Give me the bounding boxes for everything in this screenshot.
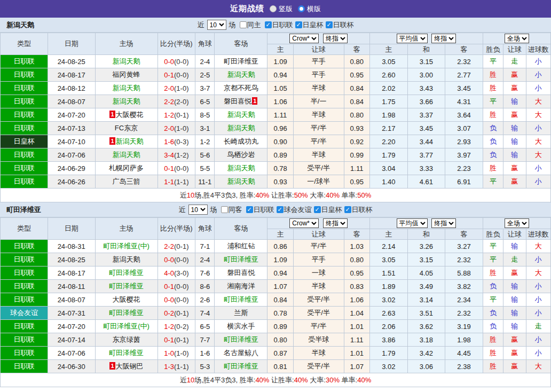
away-team-name[interactable]: 湘南海洋: [227, 282, 255, 290]
final-index-select[interactable]: 终指: [323, 218, 348, 228]
home-team-name[interactable]: 新潟天鹅: [113, 151, 140, 159]
home-team-name[interactable]: 大阪樱花: [116, 111, 144, 119]
avg-draw-cell: 3.66: [407, 95, 445, 108]
avg-away-cell: 2.32: [445, 253, 483, 266]
checkbox-icon[interactable]: ✓: [314, 206, 321, 213]
away-team-name[interactable]: 横滨水手: [227, 322, 255, 330]
league-filter[interactable]: ✓日职联: [246, 205, 274, 215]
average-select[interactable]: 平均值: [397, 34, 428, 43]
home-team-name[interactable]: 札幌冈萨多: [109, 164, 144, 172]
checkbox-icon[interactable]: ✓: [326, 21, 333, 28]
away-team-name[interactable]: 磐田喜悦: [224, 97, 251, 105]
odds-handicap-cell: 半/一: [293, 95, 344, 108]
average-select[interactable]: 平均值: [397, 218, 428, 228]
final-index-select[interactable]: 终指: [323, 34, 348, 43]
away-team-name[interactable]: 町田泽维亚: [224, 295, 258, 303]
away-team-name[interactable]: 新潟天鹅: [227, 177, 255, 185]
result-outcome-cell: 负: [483, 280, 503, 293]
home-team-name[interactable]: 新潟天鹅: [113, 255, 140, 263]
home-team-name[interactable]: 新潟天鹅: [113, 57, 140, 65]
away-team-name[interactable]: 新潟天鹅: [227, 70, 255, 79]
horizontal-radio-label: 横版: [307, 4, 321, 14]
league-filter[interactable]: ✓日联杯: [344, 205, 373, 215]
away-team-name[interactable]: 兰斯: [234, 309, 248, 317]
home-team-name[interactable]: 町田泽维亚: [109, 309, 144, 317]
final-index-select[interactable]: 终指: [431, 34, 456, 43]
away-team-name[interactable]: 町田泽维亚: [224, 57, 258, 65]
league-filter[interactable]: ✓日职联: [265, 20, 293, 30]
radio-icon[interactable]: [298, 5, 305, 12]
away-team-name[interactable]: 町田泽维亚: [224, 255, 258, 263]
away-team-name[interactable]: 鸟栖沙岩: [227, 151, 255, 159]
games-label: 场: [210, 205, 217, 215]
league-filter[interactable]: ✓日皇杯: [295, 20, 324, 30]
vertical-layout-radio[interactable]: 竖版: [270, 4, 293, 14]
full-match-select[interactable]: 全场: [505, 34, 529, 43]
home-team-name[interactable]: 福冈黄蜂: [113, 70, 140, 79]
league-filter[interactable]: ✓球会友谊: [277, 205, 312, 215]
full-match-select[interactable]: 全场: [505, 218, 529, 228]
result-outcome-cell: 胜: [483, 82, 503, 95]
match-count-select[interactable]: 10: [207, 20, 226, 30]
home-team-name[interactable]: 新潟天鹅: [113, 97, 140, 105]
away-team-name[interactable]: 浦和红钻: [227, 242, 255, 250]
team-name: 新潟天鹅: [6, 20, 34, 30]
match-count-select[interactable]: 10: [188, 205, 208, 215]
avg-draw-cell: 3.06: [407, 360, 445, 373]
home-team-name[interactable]: 东京绿茵: [113, 335, 140, 343]
corner-cell: 6-5: [195, 320, 215, 333]
away-team-name[interactable]: 町田泽维亚: [224, 362, 258, 370]
odds-handicap-cell: 受平/半: [293, 293, 344, 307]
away-team-name[interactable]: 新潟天鹅: [227, 164, 255, 172]
same-venue-filter[interactable]: 同主: [240, 20, 261, 30]
same-venue-filter[interactable]: 同客: [221, 205, 242, 215]
odds-source-select[interactable]: Crow*: [289, 218, 319, 228]
away-team-name[interactable]: 长崎成功丸: [224, 137, 258, 145]
home-team-name[interactable]: 广岛三箭: [113, 177, 140, 185]
checkbox-icon[interactable]: ✓: [265, 21, 272, 28]
checkbox-icon[interactable]: ✓: [246, 206, 253, 213]
horizontal-layout-radio[interactable]: 横版: [298, 4, 321, 14]
away-team-name[interactable]: 新潟天鹅: [227, 124, 255, 132]
odds-handicap-cell: 半球: [293, 82, 344, 95]
home-team-name[interactable]: 町田泽维亚(中): [103, 322, 149, 330]
home-team-name[interactable]: 町田泽维亚: [109, 349, 144, 357]
home-team-name[interactable]: 大阪樱花: [113, 295, 140, 303]
away-team-name[interactable]: 名古屋鲸八: [224, 349, 258, 357]
away-team-name[interactable]: 町田泽维亚: [224, 335, 258, 343]
result-outcome-cell: 负: [483, 307, 503, 320]
full-match-group-header: 全场: [483, 33, 550, 44]
halftime-score: (0-1): [174, 309, 188, 317]
league-filter[interactable]: ✓日皇杯: [314, 205, 342, 215]
home-team-name[interactable]: FC东京: [115, 124, 138, 132]
league-filter[interactable]: ✓日联杯: [326, 20, 354, 30]
odds-handicap-cell: 平/半: [293, 240, 344, 253]
summary-segment: 10: [187, 376, 194, 384]
match-row: 日皇杯24-07-101新潟天鹅1-6(0-3)1-2长崎成功丸0.90平/半0…: [1, 135, 551, 148]
checkbox-icon[interactable]: ✓: [295, 21, 302, 28]
home-team-name[interactable]: 新潟天鹅: [116, 137, 144, 145]
odds-away-cell: 0.93: [344, 122, 369, 135]
col-avg-draw: 和: [407, 44, 445, 55]
home-team-cell: FC东京: [95, 122, 158, 135]
radio-icon[interactable]: [270, 5, 277, 12]
checkbox-icon[interactable]: [240, 21, 247, 28]
odds-handicap-cell: 受半球: [293, 333, 344, 347]
home-team-name[interactable]: 町田泽维亚: [109, 282, 144, 290]
col-away: 客场: [215, 218, 267, 240]
home-team-name[interactable]: 大阪钢巴: [116, 362, 144, 370]
average-group-header: 平均值 终指: [369, 218, 483, 229]
final-index-select[interactable]: 终指: [431, 218, 456, 228]
checkbox-icon[interactable]: [221, 206, 228, 213]
home-team-name[interactable]: 新潟天鹅: [113, 84, 140, 92]
away-team-name[interactable]: 磐田喜悦: [227, 269, 255, 277]
checkbox-icon[interactable]: ✓: [344, 206, 351, 213]
away-team-name[interactable]: 京都不死鸟: [224, 84, 258, 92]
odds-source-select[interactable]: Crow*: [289, 34, 319, 43]
score-cell: 2-0(1-0): [158, 122, 195, 135]
checkbox-icon[interactable]: ✓: [277, 206, 284, 213]
away-team-name[interactable]: 新潟天鹅: [227, 111, 255, 119]
filter-controls: 近 10 场 同主 ✓日职联✓日皇杯✓日联杯: [198, 20, 354, 30]
home-team-name[interactable]: 町田泽维亚: [109, 269, 144, 277]
home-team-name[interactable]: 町田泽维亚(中): [103, 242, 149, 250]
